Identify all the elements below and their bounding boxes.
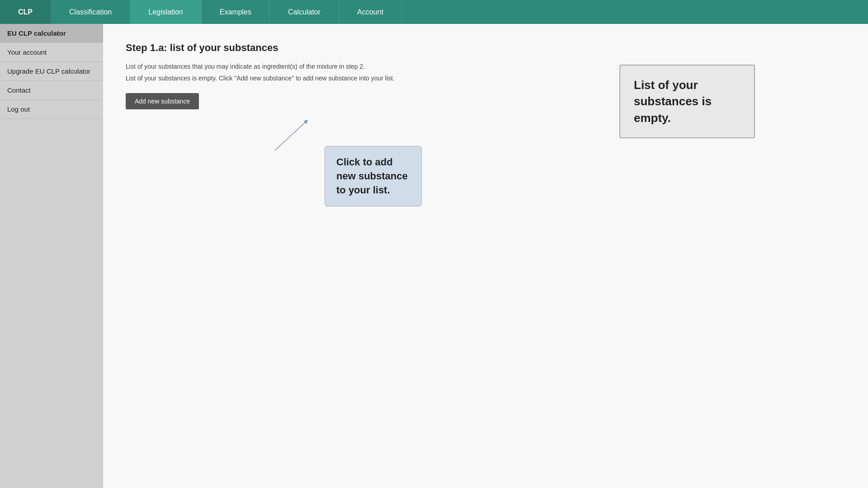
sidebar: EU CLP calculator Your account Upgrade E…	[0, 24, 103, 488]
info-box-text: List of your substances is empty.	[634, 78, 712, 125]
nav-item-classification[interactable]: Classification	[51, 0, 130, 24]
page-title: Step 1.a: list of your substances	[126, 42, 845, 54]
nav-item-legislation[interactable]: Legislation	[130, 0, 202, 24]
nav-label-calculator: Calculator	[288, 8, 321, 16]
sidebar-label-your-account: Your account	[7, 48, 47, 56]
nav-item-account[interactable]: Account	[339, 0, 402, 24]
add-new-substance-button[interactable]: Add new substance	[126, 93, 199, 109]
nav-label-clp: CLP	[18, 8, 33, 16]
tooltip-text: Click to add new substance to your list.	[336, 156, 408, 196]
nav-label-classification: Classification	[69, 8, 112, 16]
nav-item-clp[interactable]: CLP	[0, 0, 51, 24]
nav-label-legislation: Legislation	[148, 8, 183, 16]
info-box-substances-empty: List of your substances is empty.	[619, 65, 755, 138]
sidebar-item-contact[interactable]: Contact	[0, 81, 103, 100]
nav-label-examples: Examples	[220, 8, 251, 16]
nav-item-calculator[interactable]: Calculator	[270, 0, 339, 24]
nav-item-examples[interactable]: Examples	[202, 0, 270, 24]
sidebar-label-contact: Contact	[7, 86, 31, 94]
sidebar-item-your-account[interactable]: Your account	[0, 43, 103, 62]
sidebar-label-upgrade: Upgrade EU CLP calculator	[7, 67, 90, 75]
sidebar-label-log-out: Log out	[7, 105, 30, 113]
svg-line-0	[275, 121, 307, 150]
sidebar-item-eu-clp-calculator[interactable]: EU CLP calculator	[0, 24, 103, 43]
nav-label-account: Account	[357, 8, 383, 16]
tooltip-click-to-add: Click to add new substance to your list.	[325, 146, 422, 206]
sidebar-label-eu-clp-calculator: EU CLP calculator	[7, 29, 66, 37]
main-content: Step 1.a: list of your substances List o…	[103, 24, 868, 488]
main-layout: EU CLP calculator Your account Upgrade E…	[0, 24, 868, 488]
sidebar-item-upgrade[interactable]: Upgrade EU CLP calculator	[0, 62, 103, 81]
top-navigation: CLP Classification Legislation Examples …	[0, 0, 868, 24]
sidebar-item-log-out[interactable]: Log out	[0, 100, 103, 119]
